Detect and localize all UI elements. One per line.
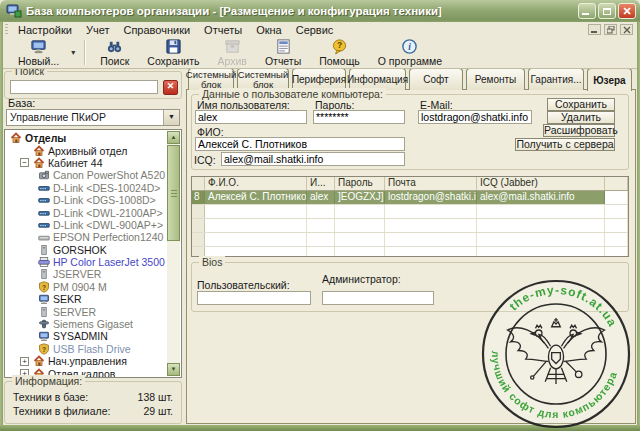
tree-item-epson-perfection1240[interactable]: EPSON Perfection1240 — [6, 231, 166, 243]
scroll-up-icon[interactable]: ▲ — [167, 131, 180, 144]
tree-item-label: Canon PowerShot A520 — [53, 169, 165, 181]
tree-item-отделы[interactable]: Отделы — [6, 132, 166, 144]
toolbar-search-button[interactable]: Поиск — [91, 37, 138, 68]
tree-item-sekr[interactable]: SEKR — [6, 293, 166, 305]
tree-item-sysadmin[interactable]: SYSADMIN — [6, 330, 166, 342]
table-cell — [335, 205, 385, 218]
table-row-empty[interactable] — [192, 219, 628, 233]
table-cell — [192, 219, 205, 232]
menu-item-Настройки[interactable]: Настройки — [11, 23, 79, 37]
tree-item-d-link-dwl-2100ap-[interactable]: D-Link <DWL-2100AP> — [6, 206, 166, 218]
toolbar-save-button[interactable]: Сохранить — [138, 37, 208, 68]
toolbar-about-button[interactable]: iО программе — [369, 37, 451, 68]
table-cell — [605, 191, 628, 204]
archive-icon — [224, 38, 241, 55]
search-input[interactable] — [10, 80, 158, 94]
tab-информация[interactable]: Информация — [349, 68, 406, 90]
table-row-empty[interactable] — [192, 205, 628, 219]
table-header-cell[interactable]: Почта — [385, 177, 477, 190]
toolbar-archive-button: Архив — [208, 37, 255, 68]
tree-item-d-link-des-10024d-[interactable]: D-Link <DES-10024D> — [6, 182, 166, 194]
table-cell — [335, 233, 385, 246]
get-from-server-button[interactable]: Получить с сервера — [515, 138, 615, 151]
new-dropdown-chevron-icon[interactable]: ▾ — [68, 48, 78, 57]
table-cell — [605, 247, 628, 257]
table-header-cell[interactable]: Пароль — [335, 177, 385, 190]
tree-item-нач-управления[interactable]: +Нач.управления — [6, 355, 166, 367]
expand-icon[interactable]: + — [20, 357, 29, 366]
chevron-down-icon[interactable]: ▼ — [163, 110, 179, 125]
mdi-restore-button[interactable] — [604, 24, 617, 35]
username-field[interactable] — [195, 110, 307, 124]
toolbar-help-button[interactable]: ?Помощь — [310, 37, 369, 68]
tree-item-label: Кабинет 44 — [48, 157, 103, 169]
table-header-cell[interactable] — [192, 177, 205, 190]
close-button[interactable]: ✕ — [618, 3, 636, 19]
tab-гарантия-[interactable]: Гарантия... — [528, 68, 584, 90]
mdi-close-button[interactable] — [620, 24, 633, 35]
fio-field[interactable] — [195, 137, 405, 151]
tree-item-jserver[interactable]: JSERVER — [6, 268, 166, 280]
bios-user-field[interactable] — [197, 291, 311, 305]
mdi-minimize-button[interactable] — [588, 24, 601, 35]
bios-admin-field[interactable] — [322, 291, 434, 305]
tree-item-hp-color-laserjet-3500[interactable]: HP Color LaserJet 3500 — [6, 256, 166, 268]
tree-item-gorshok[interactable]: GORSHOK — [6, 244, 166, 256]
toolbar-new-button[interactable]: Новый... — [9, 37, 68, 68]
tab-софт[interactable]: Софт — [409, 68, 463, 90]
users-table[interactable]: Ф.И.О.И...ПарольПочтаICQ (Jabber)8Алексе… — [191, 176, 629, 257]
tree-item-siemens-gigaset[interactable]: Siemens Gigaset — [6, 318, 166, 330]
table-row-selected[interactable]: 8Алексей С. Плотниковalex]EOGZXJ]lostdra… — [192, 191, 628, 205]
menu-bar: НастройкиУчетСправочникиОтчетыОкнаСервис — [3, 22, 637, 37]
table-cell — [385, 233, 477, 246]
table-row-empty[interactable] — [192, 247, 628, 257]
decrypt-button[interactable]: Расшифровать — [543, 124, 615, 137]
menu-item-Справочники[interactable]: Справочники — [116, 23, 197, 37]
menu-item-Окна[interactable]: Окна — [249, 23, 289, 37]
tab-системный-блок[interactable]: Системныйблок — [188, 68, 234, 90]
tree-item-архивный-отдел[interactable]: Архивный отдел — [6, 144, 166, 156]
password-field[interactable] — [313, 110, 405, 124]
table-cell — [477, 247, 605, 257]
tree-scrollbar[interactable]: ▲ ▼ — [167, 131, 180, 376]
table-header-cell[interactable]: И... — [307, 177, 335, 190]
table-cell — [307, 205, 335, 218]
scroll-down-icon[interactable]: ▼ — [167, 363, 180, 376]
maximize-button[interactable] — [598, 3, 616, 19]
delete-user-button[interactable]: Удалить — [547, 111, 615, 124]
tab-юзера[interactable]: Юзера — [587, 68, 632, 91]
tree-item-pm-0904-m[interactable]: ?PM 0904 M — [6, 281, 166, 293]
tree-item-кабинет-44[interactable]: −Кабинет 44 — [6, 157, 166, 169]
save-user-button[interactable]: Сохранить — [547, 98, 615, 111]
icq-field[interactable] — [221, 152, 405, 166]
app-icon — [6, 3, 22, 19]
tree-item-d-link-dwl-900ap-[interactable]: D-Link <DWL-900AP+> — [6, 219, 166, 231]
menu-item-Учет[interactable]: Учет — [79, 23, 117, 37]
toolbar-reports-button[interactable]: Отчеты — [256, 37, 310, 68]
tree-item-d-link-dgs-1008d-[interactable]: D-Link <DGS-1008D> — [6, 194, 166, 206]
base-select[interactable]: Управление ПКиОР ▼ — [6, 109, 180, 126]
tech-in-branch-value: 29 шт. — [143, 405, 173, 417]
table-header-cell[interactable] — [605, 177, 628, 190]
clear-search-button[interactable]: ✕ — [163, 80, 178, 95]
scrollbar-thumb[interactable] — [167, 145, 180, 241]
toolbar-about-label: О программе — [378, 55, 442, 67]
table-header-cell[interactable]: ICQ (Jabber) — [477, 177, 605, 190]
tree-item-server[interactable]: SERVER — [6, 305, 166, 317]
collapse-icon[interactable]: − — [20, 158, 29, 167]
table-cell — [307, 247, 335, 257]
email-field[interactable] — [418, 110, 532, 124]
tab-периферия[interactable]: Периферия — [292, 68, 346, 90]
tree-item-usb-flash-drive[interactable]: ?USB Flash Drive — [6, 343, 166, 355]
camera-icon — [38, 169, 50, 181]
tree-item-label: SYSADMIN — [53, 330, 108, 342]
menu-item-Отчеты[interactable]: Отчеты — [197, 23, 249, 37]
minimize-button[interactable] — [578, 3, 596, 19]
menu-item-Сервис[interactable]: Сервис — [289, 23, 341, 37]
tab-системный-блок[interactable]: Системныйблок — [237, 68, 289, 90]
icq-label: ICQ: — [194, 154, 216, 166]
tab-ремонты[interactable]: Ремонты — [466, 68, 525, 90]
table-header-cell[interactable]: Ф.И.О. — [205, 177, 307, 190]
tree-item-canon-powershot-a520[interactable]: Canon PowerShot A520 — [6, 169, 166, 181]
table-row-empty[interactable] — [192, 233, 628, 247]
